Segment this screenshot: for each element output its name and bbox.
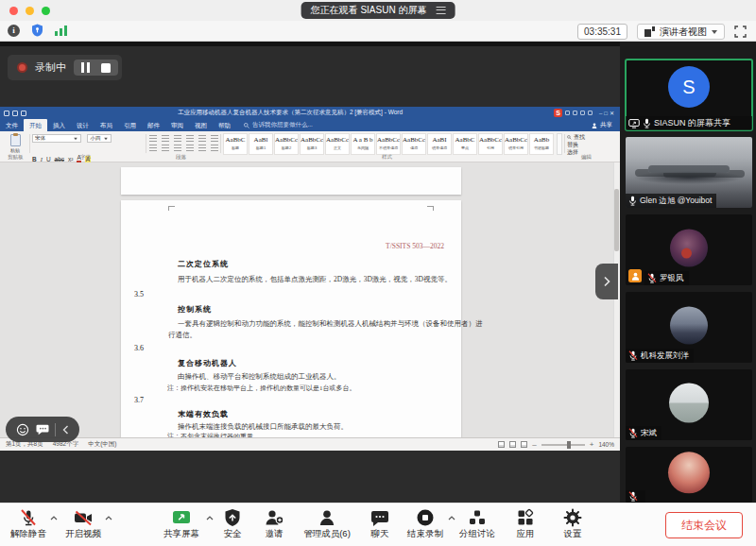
addin-icon	[573, 111, 577, 115]
word-document-area: T/SSITS 503—2022 二次定位系统 用于机器人二次定位的系统，包括单…	[0, 162, 620, 437]
participant-label: SIASUN 的屏幕共享	[626, 116, 752, 130]
search-icon	[244, 123, 249, 128]
tab-layout: 布局	[94, 119, 118, 131]
participant-tile[interactable]: 罗银凤	[626, 214, 752, 285]
chevron-down-icon	[712, 30, 717, 34]
minimize-window-button[interactable]	[26, 7, 34, 15]
view-mode-button[interactable]: 演讲者视图	[637, 24, 725, 40]
participant-label: 宋斌	[626, 426, 662, 440]
font-name-box: 宋体	[32, 134, 81, 143]
font-size-box: 小四	[87, 134, 112, 143]
macos-traffic-lights[interactable]	[9, 7, 50, 15]
end-meeting-button[interactable]: 结束会议	[665, 512, 743, 538]
microphone-muted-icon	[628, 350, 638, 361]
doc-clause-number: 3.5	[134, 290, 144, 299]
tab-review: 审阅	[165, 119, 189, 131]
avatar	[670, 229, 708, 266]
language-indicator: 中文(中国)	[88, 440, 116, 449]
tell-me-search: 告诉我你想要做什么...	[244, 121, 313, 131]
margin-crop-mark	[427, 206, 434, 211]
participant-name: 罗银凤	[660, 272, 684, 284]
participant-tile[interactable]: 机科发展刘洋	[626, 292, 752, 363]
participant-tile-sharer[interactable]: S SIASUN 的屏幕共享	[626, 60, 752, 130]
group-label-font: 字体	[80, 154, 91, 161]
sidebar-collapse-handle[interactable]	[595, 264, 618, 299]
avatar	[670, 306, 708, 344]
chevron-up-icon[interactable]	[105, 516, 112, 520]
tab-insert: 插入	[47, 119, 71, 131]
view-mode-icon	[509, 441, 516, 448]
fullscreen-icon[interactable]	[734, 26, 747, 38]
collapse-pill-chevron-icon[interactable]	[62, 425, 69, 435]
macos-titlebar: 您正在观看 SIASUN 的屏幕	[0, 0, 756, 21]
tab-design: 设计	[71, 119, 94, 131]
zoom-window-button[interactable]	[42, 7, 50, 15]
microphone-on-icon	[628, 196, 637, 206]
doc-body: 操作机末端连接负载的机械接口所能承载的最大负荷。	[178, 422, 348, 432]
participant-name: Glen 边旭 @Youibot	[640, 195, 712, 207]
chat-bubble-icon	[370, 509, 389, 527]
security-button[interactable]: 安全	[215, 507, 249, 538]
chevron-up-icon[interactable]	[206, 516, 214, 520]
word-share-button: 共享	[592, 121, 620, 131]
reactions-pill	[6, 417, 79, 442]
settings-button[interactable]: 设置	[556, 507, 590, 538]
group-label-clipboard: 剪贴板	[8, 154, 24, 161]
chat-bubble-icon[interactable]	[36, 423, 49, 435]
encryption-shield-icon[interactable]	[31, 24, 43, 37]
info-icon[interactable]: i	[8, 25, 20, 37]
chat-button[interactable]: 聊天	[363, 507, 397, 538]
layout-icon	[644, 26, 655, 37]
stop-recording-button[interactable]: 结束录制	[399, 507, 452, 538]
pause-recording-button[interactable]	[81, 62, 90, 73]
zoom-in-icon: +	[590, 442, 594, 448]
word-scrollbar	[613, 162, 620, 437]
screen-share-icon	[628, 119, 640, 128]
paste-button: 粘贴	[6, 134, 25, 153]
addin-icon	[588, 111, 593, 115]
microphone-on-icon	[643, 118, 651, 128]
participant-tile[interactable]	[626, 447, 752, 503]
apps-grid-icon	[516, 508, 535, 527]
word-statusbar: 第1页，共8页 4982个字 中文(中国) – + 140%	[0, 437, 620, 451]
doc-clause-number: 3.7	[134, 396, 144, 404]
tab-file: 文件	[0, 119, 24, 131]
close-window-button[interactable]	[9, 7, 18, 15]
watching-title-pill: 您正在观看 SIASUN 的屏幕	[301, 2, 455, 19]
chevron-right-icon	[603, 276, 610, 287]
word-quick-access-icons	[4, 111, 26, 116]
zoom-level: 140%	[598, 441, 614, 448]
menu-lines-icon[interactable]	[436, 7, 445, 14]
clipboard-icon	[10, 134, 21, 146]
emoji-reaction-icon[interactable]	[16, 423, 29, 436]
doc-body: 由操作机、移动平台和控制系统组成的工业机器人。	[178, 372, 341, 382]
invite-button[interactable]: 邀请	[257, 507, 291, 538]
breakout-rooms-button[interactable]: 分组讨论	[454, 507, 501, 538]
word-titlebar: 工业应用移动机器人复合机器人技术要求（第二次征求意见稿）2 [兼容模式] - W…	[0, 107, 620, 119]
stop-recording-button[interactable]	[101, 63, 111, 73]
avatar	[669, 383, 709, 422]
unmute-button[interactable]: 解除静音	[2, 507, 55, 538]
margin-crop-mark	[168, 206, 175, 211]
participant-tile[interactable]: 宋斌	[626, 369, 752, 440]
participant-label: 罗银凤	[644, 271, 689, 285]
zoom-slider	[541, 444, 585, 446]
meeting-timer: 03:35:31	[577, 24, 627, 40]
meeting-topbar: i 03:35:31 演讲者视图	[0, 21, 756, 42]
doc-body: 行通信。	[168, 331, 197, 340]
microphone-muted-icon	[628, 491, 638, 502]
apps-button[interactable]: 应用	[508, 507, 542, 538]
tab-help: 帮助	[213, 119, 236, 131]
doc-heading: 末端有效负载	[178, 409, 229, 419]
person-icon	[318, 508, 336, 527]
manage-participants-button[interactable]: 管理成员(6)	[295, 507, 359, 538]
participant-tile-video[interactable]: Glen 边旭 @Youibot	[626, 137, 752, 208]
avatar: S	[668, 66, 710, 108]
participant-name: 机科发展刘洋	[641, 350, 689, 362]
start-video-button[interactable]: 开启视频	[57, 507, 110, 538]
tab-references: 引用	[118, 119, 142, 131]
doc-body: 一套具有逻辑控制和动力功能的系统，能控制和检测机器人机械结构并与环境（设备和使用…	[178, 319, 483, 329]
watching-title: 您正在观看 SIASUN 的屏幕	[311, 4, 427, 17]
red-s-logo: S	[554, 109, 562, 117]
share-screen-button[interactable]: 共享屏幕	[153, 507, 210, 538]
